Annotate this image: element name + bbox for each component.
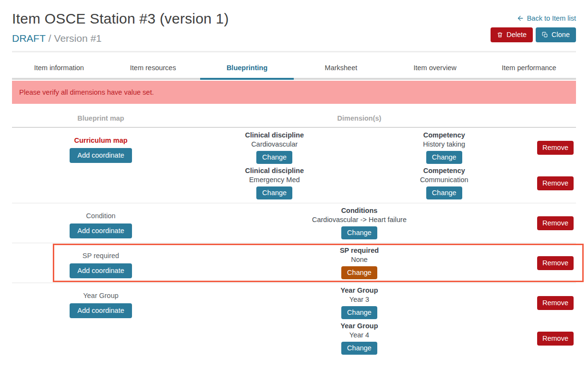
tab-item-performance[interactable]: Item performance [482,52,576,80]
arrow-left-icon [516,14,524,22]
dimension-name: Clinical discipline [245,131,304,139]
add-coordinate-button[interactable]: Add coordinate [70,223,132,238]
column-header-dimensions: Dimension(s) [190,114,529,122]
add-coordinate-button[interactable]: Add coordinate [70,148,132,163]
back-to-item-list-link[interactable]: Back to Item list [516,14,576,22]
dimension: Year Group Year 3 Change [190,286,529,319]
remove-button[interactable]: Remove [537,256,574,270]
dimension-name: Year Group [340,322,378,330]
dimension-name: Year Group [340,286,378,294]
dimension-value: Year 3 [349,296,369,303]
tab-item-resources[interactable]: Item resources [106,52,200,80]
status-separator: / [48,33,51,44]
dimension-group: SP required None Change Remove [190,245,576,281]
blueprint-map-cell: Year Group Add coordinate [12,285,190,356]
remove-cell: Remove [529,332,576,346]
remove-cell: Remove [529,141,576,155]
tab-bar: Item information Item resources Blueprin… [12,52,576,80]
dimension-name: Conditions [341,207,378,214]
dimension-value: Communication [420,176,468,184]
dimension-pair: SP required None Change [190,247,529,279]
validation-alert-message: Please verify all dimensions have value … [19,88,154,96]
clone-icon [542,32,548,38]
dimension-group: Conditions Cardiovascular -> Heart failu… [190,205,576,241]
dimension-groups: SP required None Change Remove [190,245,576,281]
blueprint-row-year-group: Year Group Add coordinate Year Group Yea… [12,283,576,358]
dimension: Competency History taking Change [360,131,529,164]
remove-button[interactable]: Remove [537,176,574,190]
item-status-line: DRAFT / Version #1 [12,33,229,44]
remove-button[interactable]: Remove [537,296,574,310]
dimension-group: Year Group Year 3 Change Remove [190,285,576,321]
add-coordinate-button[interactable]: Add coordinate [70,303,132,318]
version-label: Version #1 [54,33,102,44]
remove-cell: Remove [529,256,576,270]
delete-button[interactable]: Delete [491,27,533,42]
dimension: Year Group Year 4 Change [190,322,529,355]
blueprint-row-sp-required: SP required Add coordinate SP required N… [12,243,576,283]
tab-blueprinting[interactable]: Blueprinting [200,52,294,80]
change-button[interactable]: Change [341,266,377,279]
dimension-pair: Clinical discipline Cardiovascular Chang… [190,131,529,164]
blueprinting-page: Item OSCE Station #3 (version 1) DRAFT /… [0,0,588,358]
blueprint-row-condition: Condition Add coordinate Conditions Card… [12,203,576,243]
dimension-groups: Year Group Year 3 Change Remove Year Gro… [190,285,576,356]
change-button[interactable]: Change [341,226,377,239]
dimension-name: SP required [340,247,379,254]
trash-icon [497,32,503,38]
page-header: Item OSCE Station #3 (version 1) DRAFT /… [12,11,576,44]
dimension-group: Clinical discipline Emergency Med Change… [190,165,576,201]
change-button[interactable]: Change [341,342,377,355]
clone-button-label: Clone [552,31,570,39]
remove-button[interactable]: Remove [537,141,574,155]
change-button[interactable]: Change [256,151,292,164]
blueprint-map-label: Curriculum map [74,136,127,144]
dimension-value: None [351,256,368,263]
tab-item-overview[interactable]: Item overview [388,52,482,80]
blueprint-map-cell: Condition Add coordinate [12,205,190,241]
page-title: Item OSCE Station #3 (version 1) [12,11,229,27]
change-button[interactable]: Change [426,151,462,164]
change-button[interactable]: Change [426,186,462,199]
remove-button[interactable]: Remove [537,332,574,346]
dimension-groups: Clinical discipline Cardiovascular Chang… [190,130,576,201]
dimension-pair: Year Group Year 4 Change [190,322,529,355]
tab-marksheet[interactable]: Marksheet [294,52,388,80]
delete-button-label: Delete [506,31,527,39]
remove-cell: Remove [529,296,576,310]
dimension-group: Year Group Year 4 Change Remove [190,321,576,356]
blueprint-map-cell: Curriculum map Add coordinate [12,130,190,201]
status-badge: DRAFT [12,33,46,44]
item-action-buttons: Delete Clone [491,27,576,42]
dimension-name: Competency [423,131,465,139]
dimension-pair: Clinical discipline Emergency Med Change… [190,167,529,199]
blueprint-map-label: SP required [83,252,119,260]
dimension-group: Clinical discipline Cardiovascular Chang… [190,130,576,165]
add-coordinate-button[interactable]: Add coordinate [70,263,132,278]
dimension: Clinical discipline Cardiovascular Chang… [190,131,360,164]
blueprint-table-header: Blueprint map Dimension(s) [12,111,576,128]
dimension-value: Cardiovascular -> Heart failure [312,216,407,223]
blueprint-row-curriculum-map: Curriculum map Add coordinate Clinical d… [12,128,576,203]
dimension: SP required None Change [190,247,529,279]
tab-item-information[interactable]: Item information [12,52,106,80]
clone-button[interactable]: Clone [536,27,576,42]
page-header-left: Item OSCE Station #3 (version 1) DRAFT /… [12,11,229,44]
blueprint-map-cell: SP required Add coordinate [12,245,190,281]
change-button[interactable]: Change [341,306,377,319]
dimension-pair: Year Group Year 3 Change [190,286,529,319]
dimension-value: Emergency Med [249,176,300,184]
remove-button[interactable]: Remove [537,216,574,230]
back-to-item-list-label: Back to Item list [527,14,576,22]
dimension-value: Year 4 [349,331,369,339]
dimension-groups: Conditions Cardiovascular -> Heart failu… [190,205,576,241]
dimension: Conditions Cardiovascular -> Heart failu… [190,207,529,239]
column-header-blueprint-map: Blueprint map [12,114,190,122]
page-header-actions: Back to Item list Delete Clone [491,11,576,42]
dimension-pair: Conditions Cardiovascular -> Heart failu… [190,207,529,239]
dimension: Clinical discipline Emergency Med Change [190,167,360,199]
blueprint-map-label: Year Group [83,292,119,299]
change-button[interactable]: Change [256,186,292,199]
remove-cell: Remove [529,216,576,230]
remove-cell: Remove [529,176,576,190]
